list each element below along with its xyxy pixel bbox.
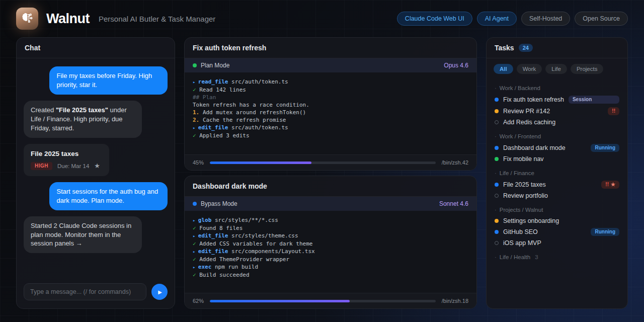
- tasks-tab-work[interactable]: Work: [517, 64, 542, 74]
- terminal-line: ✓ Build succeeded: [193, 271, 468, 279]
- ok-text: Applied 3 edits: [199, 132, 249, 139]
- task-card[interactable]: File 2025 taxesHIGHDue: Mar 14★: [24, 144, 109, 176]
- shell-label: /bin/zsh.18: [442, 298, 468, 304]
- session-terminal[interactable]: ▸ glob src/styles/**/*.css✓ Found 8 file…: [185, 211, 476, 293]
- chat-message-input[interactable]: [24, 283, 146, 300]
- task-status-dot: [495, 241, 499, 245]
- send-button[interactable]: ▶: [151, 284, 168, 300]
- cmd-arrow-icon: ▸: [193, 79, 198, 85]
- task-status-dot: [495, 219, 499, 223]
- task-item[interactable]: Dashboard dark modeRunning: [495, 142, 619, 153]
- mode-status-dot: [193, 63, 197, 67]
- chat-input-row: ▶: [17, 277, 175, 308]
- walnut-logo: [16, 8, 38, 30]
- cmd-arrow-icon: ▸: [193, 233, 198, 238]
- chat-panel-title: Chat: [17, 38, 175, 58]
- app-header: Walnut Personal AI Butler & Task Manager…: [0, 0, 644, 37]
- group-name: Work / Frontend: [500, 133, 541, 139]
- group-count: 3: [535, 254, 538, 260]
- cmd-arg: src/styles/**/*.css: [211, 217, 278, 223]
- progress-percent-label: 62%: [193, 298, 204, 304]
- task-label: iOS app MVP: [503, 239, 541, 247]
- session-title: Fix auth token refresh: [185, 38, 476, 58]
- shell-label: /bin/zsh.42: [442, 159, 468, 166]
- session-panel: Dashboard dark mode Bypass Mode Sonnet 4…: [184, 176, 477, 309]
- task-item[interactable]: Review PR #142!!: [495, 105, 619, 117]
- group-bullet: ·: [495, 170, 497, 176]
- task-item[interactable]: Settings onboarding: [495, 215, 619, 226]
- task-item[interactable]: Fix auth token refreshSession: [495, 94, 619, 105]
- header-badge[interactable]: AI Agent: [477, 12, 517, 26]
- task-card-title: File 2025 taxes: [31, 150, 102, 157]
- terminal-line: ## Plan: [193, 94, 468, 101]
- message-text: Started 2 Claude Code sessions in plan m…: [31, 222, 131, 248]
- step-text: Cache the refresh promise: [203, 117, 286, 123]
- star-icon[interactable]: ★: [94, 162, 100, 170]
- step-number: 2.: [193, 117, 203, 123]
- task-item[interactable]: Fix mobile nav: [495, 153, 619, 164]
- task-item[interactable]: iOS app MVP: [495, 237, 619, 248]
- session-title: Dashboard dark mode: [185, 176, 476, 197]
- tasks-tab-life[interactable]: Life: [545, 64, 567, 74]
- task-label: Fix mobile nav: [503, 155, 544, 163]
- group-name: Projects / Walnut: [500, 207, 543, 213]
- priority-badge: HIGH: [31, 162, 52, 170]
- terminal-line: ✓ Found 8 files: [193, 224, 468, 232]
- app-subtitle: Personal AI Butler & Task Manager: [99, 15, 215, 23]
- task-label: Settings onboarding: [503, 217, 559, 224]
- ok-text: Added ThemeProvider wrapper: [199, 256, 289, 263]
- tasks-tab-all[interactable]: All: [494, 64, 513, 74]
- cmd-name: glob: [198, 217, 212, 223]
- terminal-line: ▸ glob src/styles/**/*.css: [193, 216, 468, 224]
- header-badges: Claude Code Web UIAI AgentSelf-HostedOpe…: [397, 12, 628, 26]
- terminal-line: ▸ edit_file src/components/Layout.tsx: [193, 248, 468, 256]
- ok-text: Found 8 files: [199, 225, 243, 231]
- step-text: Add mutex around refreshToken(): [203, 109, 306, 116]
- task-list: ·Work / BackendFix auth token refreshSes…: [487, 76, 627, 308]
- ok-text: Build succeeded: [199, 272, 249, 278]
- app-title: Walnut: [46, 11, 90, 27]
- progress-percent-label: 45%: [193, 159, 204, 166]
- check-icon: ✓: [193, 272, 199, 278]
- header-badge[interactable]: Self-Hosted: [521, 12, 570, 26]
- progress-bar: [210, 162, 436, 164]
- task-label: Add Redis caching: [503, 119, 555, 126]
- cmd-name: read_file: [198, 78, 228, 85]
- header-badge[interactable]: Open Source: [575, 12, 628, 26]
- model-label: Opus 4.6: [444, 62, 468, 69]
- session-panel: Fix auth token refresh Plan Mode Opus 4.…: [184, 37, 477, 171]
- cmd-arg: src/components/Layout.tsx: [228, 248, 314, 255]
- task-card-meta: HIGHDue: Mar 14★: [31, 162, 102, 170]
- brain-circuit-icon: [21, 11, 34, 27]
- check-icon: ✓: [193, 132, 199, 139]
- model-label: Sonnet 4.6: [439, 200, 468, 207]
- session-footer: 45% /bin/zsh.42: [185, 154, 476, 170]
- mode-status-dot: [193, 202, 197, 206]
- task-badge: Running: [591, 228, 619, 236]
- terminal-line: ▸ edit_file src/styles/theme.css: [193, 232, 468, 240]
- progress-bar-fill: [210, 162, 311, 164]
- task-status-dot: [495, 157, 499, 161]
- cmd-name: edit_file: [198, 124, 228, 131]
- terminal-line: ✓ Applied 3 edits: [193, 132, 468, 139]
- cmd-arrow-icon: ▸: [193, 125, 198, 130]
- task-item[interactable]: File 2025 taxes!!★: [495, 179, 619, 190]
- terminal-line: ✓ Added ThemeProvider wrapper: [193, 256, 468, 263]
- star-icon: ★: [611, 182, 615, 187]
- task-item[interactable]: Review portfolio: [495, 190, 619, 201]
- header-badge[interactable]: Claude Code Web UI: [397, 12, 472, 26]
- message-text: File my taxes before Friday. High priori…: [56, 72, 152, 89]
- progress-bar-fill: [210, 300, 350, 302]
- task-item[interactable]: GitHub SEORunning: [495, 226, 619, 237]
- tasks-tab-projects[interactable]: Projects: [571, 64, 604, 74]
- cmd-name: edit_file: [198, 232, 228, 239]
- task-status-dot: [495, 194, 499, 198]
- session-terminal[interactable]: ▸ read_file src/auth/token.ts✓ Read 142 …: [185, 72, 476, 154]
- tasks-panel-title: Tasks: [495, 44, 514, 52]
- task-item[interactable]: Add Redis caching: [495, 117, 619, 127]
- cmd-arg: npm run build: [211, 264, 258, 270]
- cmd-arrow-icon: ▸: [193, 249, 198, 254]
- user-message: Start sessions for the auth bug and dark…: [49, 182, 168, 210]
- terminal-line: 1. Add mutex around refreshToken(): [193, 109, 468, 116]
- task-badge: !!★: [601, 181, 619, 189]
